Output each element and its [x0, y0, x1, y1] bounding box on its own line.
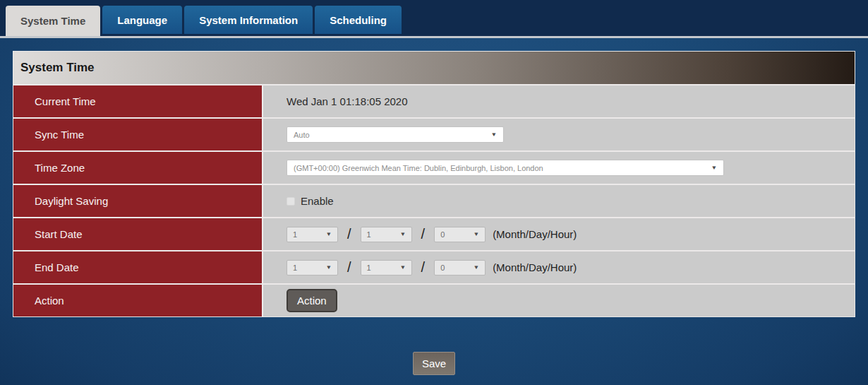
tab-label: System Time: [20, 15, 85, 27]
page-title: System Time: [20, 61, 95, 75]
date-format-hint: (Month/Day/Hour): [493, 228, 577, 240]
current-time-value: Wed Jan 1 01:18:05 2020: [287, 95, 408, 107]
chevron-down-icon: ▼: [474, 265, 480, 271]
end-date-hour-select[interactable]: 0 ▼: [434, 260, 486, 276]
date-separator: /: [347, 259, 351, 276]
tab-scheduling[interactable]: Scheduling: [315, 6, 402, 34]
row-action: Action Action: [13, 283, 855, 316]
end-date-hour-value: 0: [440, 263, 445, 272]
end-date-month-value: 1: [293, 263, 297, 272]
system-time-panel: System Time Current Time Wed Jan 1 01:18…: [13, 51, 855, 317]
chevron-down-icon: ▼: [399, 232, 406, 237]
date-separator: /: [421, 226, 426, 242]
save-button[interactable]: Save: [413, 352, 455, 375]
chevron-down-icon: ▼: [711, 165, 718, 171]
chevron-down-icon: ▼: [474, 232, 480, 237]
row-daylight-saving: Daylight Saving Enable: [13, 184, 855, 217]
chevron-down-icon: ▼: [491, 132, 498, 138]
end-date-day-select[interactable]: 1 ▼: [361, 260, 412, 276]
row-end-date: End Date 1 ▼ / 1 ▼ / 0 ▼ (Month/Day/Hour…: [13, 250, 855, 283]
row-current-time: Current Time Wed Jan 1 01:18:05 2020: [13, 84, 855, 117]
action-label: Action: [13, 285, 263, 316]
tab-strip: System Time Language System Information …: [6, 6, 402, 36]
end-date-month-select[interactable]: 1 ▼: [287, 260, 338, 276]
chevron-down-icon: ▼: [326, 232, 332, 237]
tab-language[interactable]: Language: [102, 6, 182, 34]
enable-checkbox-label: Enable: [301, 195, 334, 207]
sync-time-select[interactable]: Auto ▼: [287, 126, 504, 143]
time-zone-selected-value: (GMT+00:00) Greenwich Mean Time: Dublin,…: [294, 164, 543, 172]
date-format-hint: (Month/Day/Hour): [493, 261, 577, 273]
current-time-label: Current Time: [13, 85, 263, 117]
sync-time-label: Sync Time: [13, 119, 263, 150]
sync-time-selected-value: Auto: [294, 131, 310, 139]
panel-header: System Time: [13, 52, 855, 84]
end-date-label: End Date: [13, 251, 263, 283]
row-time-zone: Time Zone (GMT+00:00) Greenwich Mean Tim…: [13, 150, 855, 184]
end-date-day-value: 1: [367, 263, 371, 272]
time-zone-label: Time Zone: [13, 152, 263, 184]
date-separator: /: [421, 259, 426, 276]
date-separator: /: [347, 226, 351, 242]
tab-label: Language: [117, 14, 167, 26]
tab-label: System Information: [199, 14, 298, 26]
chevron-down-icon: ▼: [326, 265, 332, 271]
action-button[interactable]: Action: [287, 289, 337, 312]
start-date-month-value: 1: [293, 230, 297, 239]
tab-bar-divider: [0, 36, 868, 38]
chevron-down-icon: ▼: [399, 265, 406, 271]
enable-checkbox[interactable]: [287, 197, 295, 206]
footer: Save: [0, 352, 868, 375]
start-date-hour-value: 0: [440, 230, 445, 239]
tab-system-time[interactable]: System Time: [6, 6, 100, 36]
row-start-date: Start Date 1 ▼ / 1 ▼ / 0 ▼ (Month/Day/Ho…: [13, 217, 855, 250]
tab-label: Scheduling: [330, 14, 387, 26]
time-zone-select[interactable]: (GMT+00:00) Greenwich Mean Time: Dublin,…: [287, 160, 724, 176]
start-date-hour-select[interactable]: 0 ▼: [434, 227, 486, 242]
start-date-day-value: 1: [367, 230, 371, 239]
row-sync-time: Sync Time Auto ▼: [13, 117, 855, 150]
start-date-label: Start Date: [13, 218, 263, 250]
tab-system-information[interactable]: System Information: [184, 6, 313, 34]
start-date-day-select[interactable]: 1 ▼: [361, 227, 412, 242]
daylight-saving-label: Daylight Saving: [13, 185, 263, 217]
start-date-month-select[interactable]: 1 ▼: [287, 227, 338, 242]
